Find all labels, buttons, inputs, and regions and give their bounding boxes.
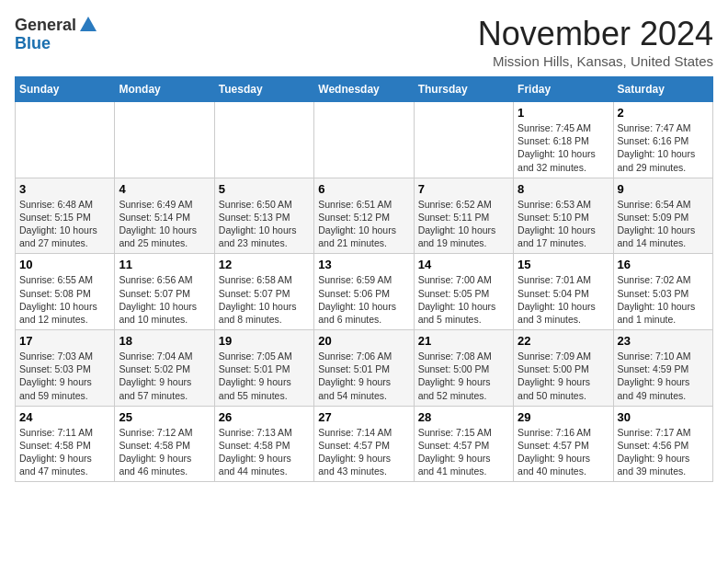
day-number: 27 (318, 410, 409, 424)
day-info: Sunrise: 7:04 AM Sunset: 5:02 PM Dayligh… (119, 350, 210, 402)
day-number: 8 (518, 182, 609, 196)
calendar-cell: 6Sunrise: 6:51 AM Sunset: 5:12 PM Daylig… (314, 178, 414, 254)
day-info: Sunrise: 7:06 AM Sunset: 5:01 PM Dayligh… (318, 350, 409, 402)
day-number: 3 (19, 182, 110, 196)
day-info: Sunrise: 6:59 AM Sunset: 5:06 PM Dayligh… (318, 273, 409, 326)
day-info: Sunrise: 7:47 AM Sunset: 6:16 PM Dayligh… (618, 121, 709, 174)
day-number: 7 (418, 182, 509, 196)
day-info: Sunrise: 7:10 AM Sunset: 4:59 PM Dayligh… (618, 350, 709, 402)
day-number: 25 (119, 410, 210, 424)
day-number: 26 (219, 410, 310, 424)
day-number: 30 (618, 410, 709, 424)
day-number: 12 (219, 258, 310, 271)
day-number: 18 (119, 334, 210, 348)
day-number: 22 (518, 334, 609, 348)
day-number: 14 (418, 258, 509, 271)
day-header-friday: Friday (514, 77, 613, 102)
logo: General Blue (15, 15, 98, 52)
calendar-cell: 8Sunrise: 6:53 AM Sunset: 5:10 PM Daylig… (514, 178, 613, 254)
day-number: 10 (19, 258, 110, 271)
day-number: 4 (119, 182, 210, 196)
day-info: Sunrise: 6:48 AM Sunset: 5:15 PM Dayligh… (19, 198, 110, 250)
day-info: Sunrise: 7:45 AM Sunset: 6:18 PM Dayligh… (518, 121, 609, 174)
calendar-cell: 9Sunrise: 6:54 AM Sunset: 5:09 PM Daylig… (613, 178, 712, 254)
calendar-cell: 10Sunrise: 6:55 AM Sunset: 5:08 PM Dayli… (16, 254, 115, 330)
week-row-2: 3Sunrise: 6:48 AM Sunset: 5:15 PM Daylig… (16, 178, 713, 254)
day-number: 21 (418, 334, 509, 348)
day-info: Sunrise: 7:15 AM Sunset: 4:57 PM Dayligh… (418, 426, 509, 478)
day-info: Sunrise: 7:14 AM Sunset: 4:57 PM Dayligh… (318, 426, 409, 478)
calendar-cell: 5Sunrise: 6:50 AM Sunset: 5:13 PM Daylig… (214, 178, 313, 254)
day-number: 24 (19, 410, 110, 424)
calendar-cell: 21Sunrise: 7:08 AM Sunset: 5:00 PM Dayli… (414, 330, 513, 407)
calendar-cell: 15Sunrise: 7:01 AM Sunset: 5:04 PM Dayli… (514, 254, 613, 330)
day-info: Sunrise: 7:17 AM Sunset: 4:56 PM Dayligh… (618, 426, 709, 478)
day-info: Sunrise: 6:51 AM Sunset: 5:12 PM Dayligh… (318, 198, 409, 250)
day-number: 6 (318, 182, 409, 196)
day-header-tuesday: Tuesday (214, 77, 313, 102)
day-header-monday: Monday (115, 77, 214, 102)
calendar-cell: 27Sunrise: 7:14 AM Sunset: 4:57 PM Dayli… (314, 406, 414, 482)
day-header-saturday: Saturday (613, 77, 712, 102)
week-row-5: 24Sunrise: 7:11 AM Sunset: 4:58 PM Dayli… (16, 406, 713, 482)
day-info: Sunrise: 7:03 AM Sunset: 5:03 PM Dayligh… (19, 350, 110, 402)
day-number: 15 (518, 258, 609, 271)
day-info: Sunrise: 7:05 AM Sunset: 5:01 PM Dayligh… (219, 350, 310, 402)
day-header-thursday: Thursday (414, 77, 513, 102)
calendar-cell: 11Sunrise: 6:56 AM Sunset: 5:07 PM Dayli… (115, 254, 214, 330)
calendar-cell: 13Sunrise: 6:59 AM Sunset: 5:06 PM Dayli… (314, 254, 414, 330)
calendar-cell: 23Sunrise: 7:10 AM Sunset: 4:59 PM Dayli… (613, 330, 712, 407)
calendar-cell (414, 102, 513, 178)
week-row-3: 10Sunrise: 6:55 AM Sunset: 5:08 PM Dayli… (16, 254, 713, 330)
calendar-cell: 1Sunrise: 7:45 AM Sunset: 6:18 PM Daylig… (514, 102, 613, 178)
day-info: Sunrise: 7:00 AM Sunset: 5:05 PM Dayligh… (418, 273, 509, 326)
day-number: 20 (318, 334, 409, 348)
day-number: 16 (618, 258, 709, 271)
day-info: Sunrise: 6:54 AM Sunset: 5:09 PM Dayligh… (618, 198, 709, 250)
day-number: 1 (518, 106, 609, 120)
day-header-sunday: Sunday (16, 77, 115, 102)
calendar-cell: 19Sunrise: 7:05 AM Sunset: 5:01 PM Dayli… (214, 330, 313, 407)
calendar-cell: 25Sunrise: 7:12 AM Sunset: 4:58 PM Dayli… (115, 406, 214, 482)
day-info: Sunrise: 6:49 AM Sunset: 5:14 PM Dayligh… (119, 198, 210, 250)
day-number: 2 (618, 106, 709, 120)
day-info: Sunrise: 7:08 AM Sunset: 5:00 PM Dayligh… (418, 350, 509, 402)
day-number: 19 (219, 334, 310, 348)
calendar-cell: 22Sunrise: 7:09 AM Sunset: 5:00 PM Dayli… (514, 330, 613, 407)
day-info: Sunrise: 6:53 AM Sunset: 5:10 PM Dayligh… (518, 198, 609, 250)
calendar-cell: 29Sunrise: 7:16 AM Sunset: 4:57 PM Dayli… (514, 406, 613, 482)
calendar-cell: 7Sunrise: 6:52 AM Sunset: 5:11 PM Daylig… (414, 178, 513, 254)
calendar-cell: 2Sunrise: 7:47 AM Sunset: 6:16 PM Daylig… (613, 102, 712, 178)
day-info: Sunrise: 6:52 AM Sunset: 5:11 PM Dayligh… (418, 198, 509, 250)
day-info: Sunrise: 7:11 AM Sunset: 4:58 PM Dayligh… (19, 426, 110, 478)
calendar-cell: 18Sunrise: 7:04 AM Sunset: 5:02 PM Dayli… (115, 330, 214, 407)
calendar-cell: 12Sunrise: 6:58 AM Sunset: 5:07 PM Dayli… (214, 254, 313, 330)
calendar-cell: 20Sunrise: 7:06 AM Sunset: 5:01 PM Dayli… (314, 330, 414, 407)
svg-marker-0 (80, 17, 97, 31)
title-block: November 2024 Mission Hills, Kansas, Uni… (478, 15, 713, 69)
calendar-cell (115, 102, 214, 178)
day-number: 29 (518, 410, 609, 424)
calendar-cell: 3Sunrise: 6:48 AM Sunset: 5:15 PM Daylig… (16, 178, 115, 254)
day-info: Sunrise: 7:02 AM Sunset: 5:03 PM Dayligh… (618, 273, 709, 326)
calendar-cell: 28Sunrise: 7:15 AM Sunset: 4:57 PM Dayli… (414, 406, 513, 482)
day-number: 28 (418, 410, 509, 424)
calendar-cell: 4Sunrise: 6:49 AM Sunset: 5:14 PM Daylig… (115, 178, 214, 254)
day-info: Sunrise: 7:09 AM Sunset: 5:00 PM Dayligh… (518, 350, 609, 402)
day-info: Sunrise: 6:58 AM Sunset: 5:07 PM Dayligh… (219, 273, 310, 326)
calendar-cell: 30Sunrise: 7:17 AM Sunset: 4:56 PM Dayli… (613, 406, 712, 482)
day-info: Sunrise: 7:12 AM Sunset: 4:58 PM Dayligh… (119, 426, 210, 478)
calendar-cell (214, 102, 313, 178)
logo-general-text: General (15, 17, 76, 33)
week-row-1: 1Sunrise: 7:45 AM Sunset: 6:18 PM Daylig… (16, 102, 713, 178)
day-number: 9 (618, 182, 709, 196)
page-header: General Blue November 2024 Mission Hills… (15, 15, 713, 69)
day-info: Sunrise: 6:55 AM Sunset: 5:08 PM Dayligh… (19, 273, 110, 326)
day-number: 23 (618, 334, 709, 348)
month-title: November 2024 (478, 15, 713, 53)
week-row-4: 17Sunrise: 7:03 AM Sunset: 5:03 PM Dayli… (16, 330, 713, 407)
day-info: Sunrise: 7:16 AM Sunset: 4:57 PM Dayligh… (518, 426, 609, 478)
day-number: 13 (318, 258, 409, 271)
day-info: Sunrise: 7:13 AM Sunset: 4:58 PM Dayligh… (219, 426, 310, 478)
day-header-wednesday: Wednesday (314, 77, 414, 102)
